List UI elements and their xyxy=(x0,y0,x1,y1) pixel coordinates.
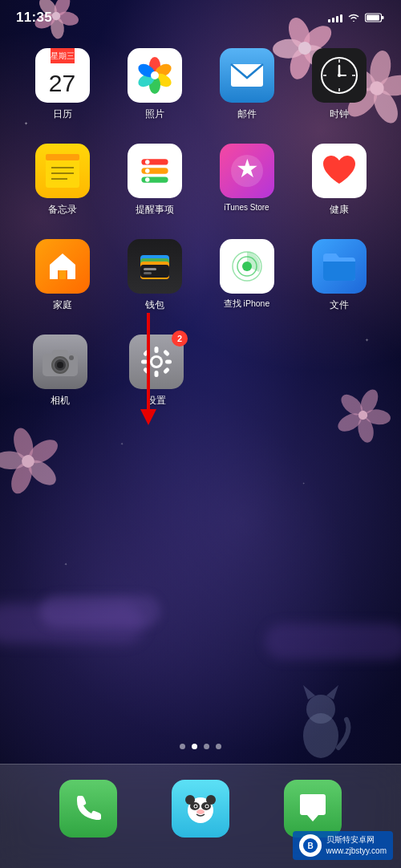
app-item-calendar[interactable]: 星期三 27 日历 xyxy=(26,48,99,121)
home-label: 家庭 xyxy=(53,298,72,312)
settings-icon: 2 xyxy=(129,335,184,389)
svg-rect-92 xyxy=(163,349,170,356)
wallet-label: 钱包 xyxy=(145,298,164,312)
page-dot-0[interactable] xyxy=(180,744,185,749)
app-item-photos[interactable]: 照片 xyxy=(119,48,191,121)
svg-point-31 xyxy=(306,695,335,724)
app-item-home[interactable]: 家庭 xyxy=(26,239,99,312)
watermark-text: 贝斯特安卓网 www.zjbstyy.com xyxy=(326,834,387,857)
svg-point-43 xyxy=(151,71,159,79)
svg-point-100 xyxy=(195,805,197,807)
app-row-2: 备忘录 提醒事项 xyxy=(16,144,385,217)
app-item-camera[interactable]: 相机 xyxy=(24,335,96,408)
messages-icon xyxy=(284,780,342,838)
svg-rect-54 xyxy=(46,154,79,160)
find-label: 查找 iPhone xyxy=(224,298,270,310)
time-display: 11:35 xyxy=(16,10,52,26)
svg-rect-74 xyxy=(144,272,152,274)
page-dots xyxy=(0,744,401,749)
calendar-icon: 星期三 27 xyxy=(35,48,90,103)
svg-rect-80 xyxy=(52,350,68,356)
svg-rect-72 xyxy=(140,265,169,278)
clock-icon xyxy=(312,48,367,103)
settings-badge: 2 xyxy=(172,331,188,347)
itunes-icon: ★ xyxy=(220,144,274,198)
page-dot-2[interactable] xyxy=(204,744,209,749)
app-item-find[interactable]: 查找 iPhone xyxy=(211,239,283,312)
svg-point-63 xyxy=(145,168,150,173)
svg-point-102 xyxy=(185,795,195,805)
mail-icon xyxy=(220,48,274,103)
reminders-icon xyxy=(128,144,182,198)
app-item-files[interactable]: 文件 xyxy=(303,239,375,312)
find-icon xyxy=(220,239,274,294)
svg-point-104 xyxy=(196,809,205,814)
svg-point-83 xyxy=(57,362,63,368)
calendar-date: 27 xyxy=(49,63,75,103)
status-icons xyxy=(328,13,385,22)
photos-icon xyxy=(128,48,182,103)
wifi-icon xyxy=(347,13,360,22)
svg-text:B: B xyxy=(307,842,313,850)
files-icon xyxy=(312,239,367,294)
watermark-logo: B xyxy=(299,834,322,857)
camera-icon xyxy=(33,335,87,389)
svg-text:★: ★ xyxy=(235,154,258,183)
calendar-day-label: 星期三 xyxy=(51,48,75,63)
svg-point-84 xyxy=(69,355,74,360)
calendar-label: 日历 xyxy=(53,107,72,121)
svg-point-101 xyxy=(206,805,209,807)
svg-rect-36 xyxy=(367,15,379,21)
app-item-mail[interactable]: 邮件 xyxy=(211,48,283,121)
app-item-wallet[interactable]: 钱包 xyxy=(119,239,191,312)
dock-item-panda[interactable] xyxy=(172,780,229,838)
clock-label: 时钟 xyxy=(330,107,349,121)
app-item-notes[interactable]: 备忘录 xyxy=(26,144,99,217)
svg-point-52 xyxy=(338,74,341,77)
svg-rect-87 xyxy=(155,347,159,353)
phone-icon xyxy=(59,780,117,838)
signal-icon xyxy=(328,13,342,22)
home-icon xyxy=(35,239,90,294)
files-label: 文件 xyxy=(330,298,349,312)
svg-rect-94 xyxy=(163,367,170,374)
svg-point-64 xyxy=(145,177,150,182)
svg-point-103 xyxy=(206,795,216,805)
app-item-itunes[interactable]: ★ iTunes Store xyxy=(211,144,283,217)
app-item-settings[interactable]: 2 设置 xyxy=(120,335,192,408)
svg-rect-90 xyxy=(165,360,172,364)
svg-rect-73 xyxy=(144,268,156,270)
notes-icon xyxy=(35,144,90,198)
status-bar: 11:35 xyxy=(0,0,401,35)
svg-rect-68 xyxy=(59,270,66,279)
page-dot-3[interactable] xyxy=(216,744,221,749)
app-row-1: 星期三 27 日历 xyxy=(16,48,385,121)
app-item-health[interactable]: 健康 xyxy=(303,144,375,217)
svg-rect-89 xyxy=(141,360,148,364)
app-item-clock[interactable]: 时钟 xyxy=(303,48,375,121)
app-grid: 星期三 27 日历 xyxy=(0,48,401,430)
svg-rect-35 xyxy=(382,16,384,19)
app-row-4: 相机 2 设 xyxy=(16,335,385,408)
watermark: B 贝斯特安卓网 www.zjbstyy.com xyxy=(293,831,393,860)
health-label: 健康 xyxy=(330,203,349,217)
page-dot-1[interactable] xyxy=(192,744,197,749)
dock-item-phone[interactable] xyxy=(59,780,117,838)
battery-icon xyxy=(365,13,385,22)
panda-icon xyxy=(172,780,229,838)
notes-label: 备忘录 xyxy=(48,203,77,217)
photos-label: 照片 xyxy=(145,107,164,121)
app-item-reminders[interactable]: 提醒事项 xyxy=(119,144,191,217)
svg-rect-91 xyxy=(143,349,150,356)
svg-rect-88 xyxy=(155,371,159,377)
reminders-label: 提醒事项 xyxy=(136,203,174,217)
health-icon xyxy=(312,144,367,198)
svg-point-62 xyxy=(145,160,150,164)
dock-item-messages[interactable] xyxy=(284,780,342,838)
itunes-label: iTunes Store xyxy=(224,203,269,212)
mail-label: 邮件 xyxy=(237,107,257,121)
svg-rect-93 xyxy=(143,367,150,374)
app-row-3: 家庭 钱包 xyxy=(16,239,385,312)
wallet-icon xyxy=(128,239,182,294)
camera-label: 相机 xyxy=(51,394,70,408)
